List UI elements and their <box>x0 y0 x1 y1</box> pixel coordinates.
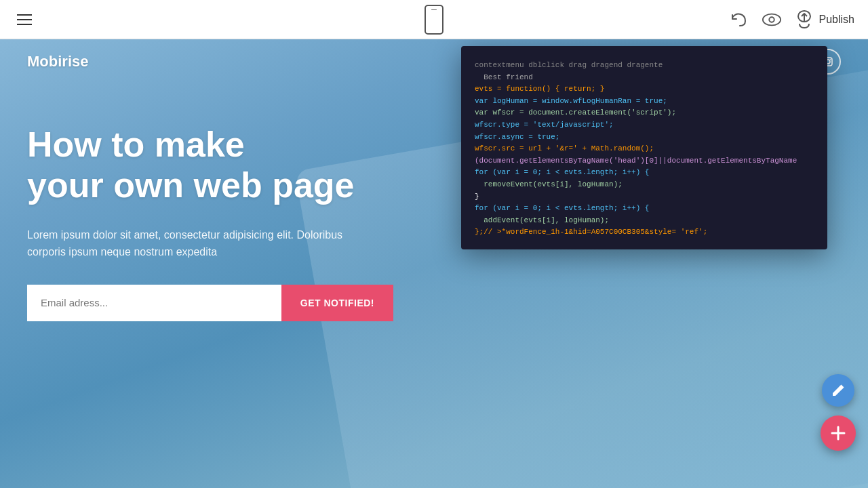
hero-subtitle: Lorem ipsum dolor sit amet, consectetur … <box>27 226 380 261</box>
svg-point-0 <box>762 14 780 25</box>
mobile-preview-icon[interactable] <box>425 5 443 35</box>
main-area: Mobirise Home Services About Us <box>0 39 868 488</box>
hero-title: How to make your own web page <box>27 125 393 206</box>
toolbar-left <box>14 11 35 28</box>
undo-icon[interactable] <box>730 10 749 29</box>
hero-left: How to make your own web page Lorem ipsu… <box>27 125 393 321</box>
site-brand: Mobirise <box>27 53 88 70</box>
upload-icon <box>795 10 814 29</box>
hero-title-line2: your own web page <box>27 165 355 205</box>
toolbar: Publish <box>0 0 868 39</box>
fab-add-button[interactable] <box>821 415 856 451</box>
publish-button[interactable]: Publish <box>795 10 854 29</box>
code-screenshot: contextmenu dblclick drag dragend dragen… <box>461 46 827 249</box>
toolbar-right: Publish <box>730 10 854 29</box>
email-form: GET NOTIFIED! <box>27 285 393 321</box>
publish-label: Publish <box>819 14 854 26</box>
fab-edit-button[interactable] <box>822 374 854 407</box>
notify-button[interactable]: GET NOTIFIED! <box>281 285 393 321</box>
email-input[interactable] <box>27 285 281 321</box>
code-content: contextmenu dblclick drag dragend dragen… <box>461 46 827 249</box>
eye-icon[interactable] <box>762 10 781 29</box>
svg-point-1 <box>769 17 774 22</box>
svg-point-6 <box>830 59 831 60</box>
toolbar-center <box>425 5 443 35</box>
hero-title-line1: How to make <box>27 125 245 164</box>
hamburger-icon[interactable] <box>14 11 35 28</box>
